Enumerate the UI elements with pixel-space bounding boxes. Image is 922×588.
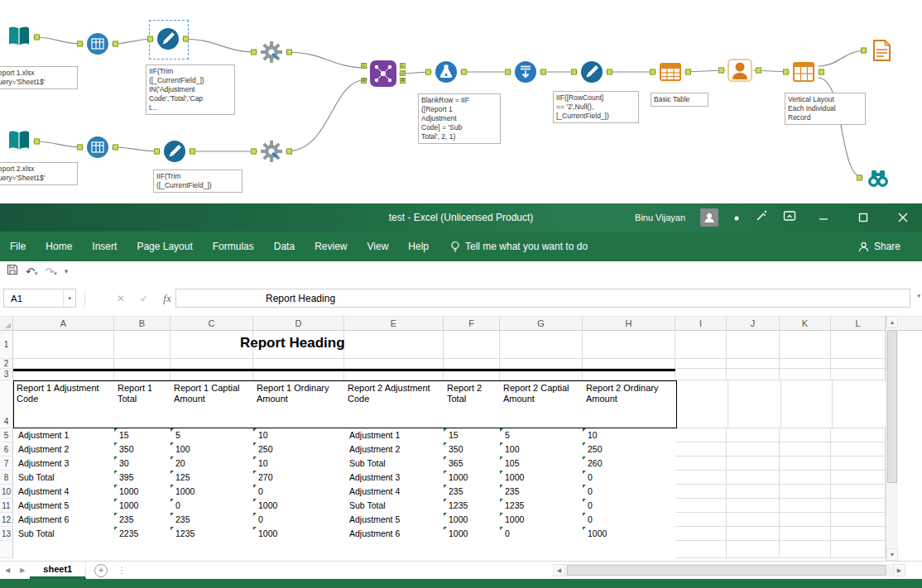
workflow-canvas[interactable]: L R L J R xyxy=(0,0,922,203)
cell[interactable] xyxy=(831,331,886,359)
scroll-down-icon[interactable]: ▼ xyxy=(886,548,898,561)
cell[interactable]: Adjustment 6 xyxy=(13,513,114,527)
input-anchor[interactable] xyxy=(251,149,257,155)
input-anchor[interactable] xyxy=(650,69,655,75)
header-cell[interactable]: Report 2 Ordinary Amount xyxy=(583,381,676,428)
cell[interactable]: Sub Total xyxy=(13,471,114,485)
header-cell[interactable]: Report 2 Adjustment Code xyxy=(345,381,444,428)
layout-label[interactable]: Vertical Layout Each Individual Record xyxy=(785,93,866,125)
row-header[interactable]: 5 xyxy=(0,428,13,442)
cell[interactable]: 2235 xyxy=(114,527,170,541)
input-anchor[interactable] xyxy=(783,69,789,75)
multi-row-tool-2[interactable] xyxy=(259,139,284,164)
header-cell[interactable]: Report 2 Captial Amount xyxy=(501,381,583,428)
cell[interactable] xyxy=(831,471,886,485)
cell[interactable]: 270 xyxy=(253,471,344,485)
undo-button[interactable]: ↶▾ xyxy=(26,265,37,278)
cell[interactable] xyxy=(780,513,831,527)
cell[interactable]: 350 xyxy=(114,442,170,457)
cell[interactable] xyxy=(727,513,780,527)
cell[interactable]: 235 xyxy=(170,513,253,527)
cell[interactable] xyxy=(675,471,727,485)
column-header-G[interactable]: G xyxy=(500,317,583,330)
scroll-left-icon[interactable]: ◀ xyxy=(553,564,565,576)
output-anchor[interactable] xyxy=(190,149,195,155)
cancel-entry-button[interactable]: ✕ xyxy=(111,289,131,308)
cell[interactable]: 0 xyxy=(253,485,344,499)
expand-formula-bar-icon[interactable]: ▾ xyxy=(917,293,920,299)
input-anchor[interactable] xyxy=(861,48,867,54)
output-anchor[interactable] xyxy=(183,36,189,42)
multirow-annotation[interactable]: BlankRow = IIF ([Report 1 Adjustment Cod… xyxy=(418,93,501,144)
cell[interactable]: 10 xyxy=(583,428,675,442)
input-data-tool-1[interactable] xyxy=(7,25,31,50)
row-header[interactable]: 8 xyxy=(0,471,13,485)
cell[interactable] xyxy=(253,541,344,558)
cell[interactable]: Adjustment 2 xyxy=(344,442,444,457)
cell[interactable]: 0 xyxy=(583,513,675,527)
cell[interactable]: Adjustment 3 xyxy=(13,457,114,471)
cell[interactable]: Adjustment 6 xyxy=(344,527,444,541)
cell[interactable]: 5 xyxy=(170,428,253,442)
cell[interactable] xyxy=(727,499,780,513)
input2-label[interactable]: eport 2.xlsx uery='Sheet1$' xyxy=(0,162,78,185)
cell[interactable] xyxy=(727,471,780,485)
title-bar[interactable]: test - Excel (Unlicensed Product) Binu V… xyxy=(0,203,922,232)
cell[interactable] xyxy=(500,541,583,558)
cell[interactable] xyxy=(831,513,886,527)
cell[interactable] xyxy=(675,457,727,471)
cell[interactable]: Sub Total xyxy=(344,499,444,513)
cell[interactable] xyxy=(675,359,727,369)
maximize-button[interactable] xyxy=(851,203,876,232)
input-anchor[interactable] xyxy=(251,50,257,55)
user-name[interactable]: Binu Vijayan xyxy=(635,213,685,222)
formula3-annotation[interactable]: IIF([RowCount] == '2',Null(), [_CurrentF… xyxy=(553,91,639,123)
column-header-D[interactable]: D xyxy=(253,317,344,330)
cell[interactable] xyxy=(675,369,727,380)
cell[interactable]: 1000 xyxy=(114,485,170,499)
cell[interactable]: 100 xyxy=(170,442,253,457)
transpose-tool-2[interactable] xyxy=(85,135,110,160)
row-header[interactable]: 12 xyxy=(0,513,13,527)
cell[interactable] xyxy=(727,457,780,471)
cell[interactable]: 365 xyxy=(444,457,500,471)
cell[interactable] xyxy=(780,471,831,485)
next-sheet-icon[interactable]: ▶ xyxy=(15,566,30,574)
input-anchor[interactable] xyxy=(571,69,577,75)
cell[interactable] xyxy=(677,380,728,428)
cell[interactable] xyxy=(444,359,500,369)
output-anchor[interactable] xyxy=(540,69,546,75)
browse-tool[interactable] xyxy=(865,165,890,190)
cell[interactable]: 1000 xyxy=(444,471,500,485)
row-header[interactable]: 4 xyxy=(0,380,13,428)
basic-table-label[interactable]: Basic Table xyxy=(651,93,708,107)
column-header-H[interactable]: H xyxy=(583,317,675,330)
input-anchor[interactable] xyxy=(77,145,83,151)
cell[interactable] xyxy=(831,541,886,558)
cell[interactable]: Adjustment 3 xyxy=(344,471,444,485)
transpose-tool-1[interactable] xyxy=(85,31,110,56)
cell[interactable] xyxy=(583,359,675,369)
join-tool[interactable]: L R L J R xyxy=(369,60,397,88)
header-cell[interactable]: Report 1 Total xyxy=(115,381,171,428)
output-anchor[interactable] xyxy=(286,149,292,155)
insert-function-button[interactable]: fx xyxy=(157,289,177,308)
cell[interactable]: 0 xyxy=(583,499,675,513)
cell[interactable]: 1235 xyxy=(500,499,583,513)
cell[interactable] xyxy=(727,369,780,380)
output-anchor[interactable] xyxy=(113,145,118,151)
cell[interactable]: 100 xyxy=(500,442,583,457)
horizontal-scrollbar[interactable]: ◀ ▶ xyxy=(553,564,905,576)
cell[interactable] xyxy=(831,359,886,369)
cell[interactable] xyxy=(675,499,727,513)
row-header[interactable]: 6 xyxy=(0,442,13,457)
cell[interactable]: 1235 xyxy=(170,527,253,541)
cell[interactable] xyxy=(675,541,727,558)
cell[interactable] xyxy=(728,380,781,428)
ribbon-tab-data[interactable]: Data xyxy=(264,232,305,261)
ribbon-tab-home[interactable]: Home xyxy=(36,232,82,261)
cell[interactable]: Adjustment 1 xyxy=(13,428,114,442)
ribbon-display-options-icon[interactable] xyxy=(783,210,796,225)
column-header-L[interactable]: L xyxy=(831,317,886,330)
cell[interactable]: 1000 xyxy=(170,485,253,499)
